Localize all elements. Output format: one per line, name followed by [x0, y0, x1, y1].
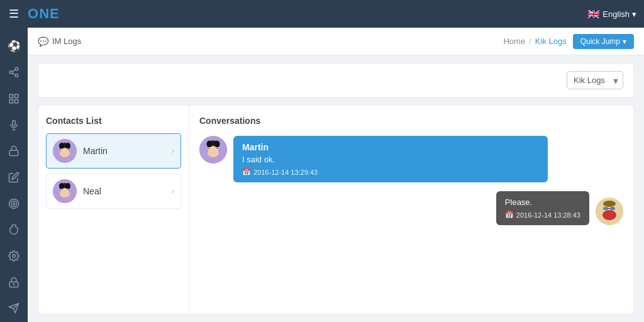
flag-icon: 🇬🇧: [587, 8, 600, 20]
sidebar-icon-soccer[interactable]: ⚽: [1, 34, 26, 59]
msg-avatar-sent: [596, 197, 623, 225]
svg-rect-55: [610, 207, 615, 210]
message-sent: Please. 📅 2016-12-14 13:28:43: [199, 191, 623, 225]
msg-time-sent: 📅 2016-12-14 13:28:43: [505, 211, 580, 219]
sidebar-icon-grid[interactable]: [1, 86, 26, 111]
breadcrumb-bar: 💬 IM Logs Home / Kik Logs Quick Jump ▾: [28, 28, 644, 55]
contact-name-neal: Neal: [83, 186, 101, 196]
language-label: English: [602, 9, 630, 19]
main-area: Contacts List: [38, 105, 634, 314]
msg-sender-martin: Martin: [242, 142, 539, 152]
quick-jump-button[interactable]: Quick Jump ▾: [573, 34, 634, 49]
page-content: 💬 IM Logs Home / Kik Logs Quick Jump ▾ K…: [28, 28, 644, 322]
svg-point-23: [59, 143, 64, 149]
msg-timestamp-sent: 2016-12-14 13:28:43: [516, 211, 580, 219]
contact-item-neal-left: Neal: [53, 179, 101, 203]
contact-avatar-martin: [53, 139, 77, 163]
svg-point-57: [603, 201, 616, 207]
contacts-panel: Contacts List: [38, 106, 189, 314]
svg-point-1: [9, 71, 13, 74]
svg-point-34: [65, 183, 70, 189]
svg-point-30: [67, 149, 69, 150]
conversations-panel: Conversations: [189, 106, 633, 314]
breadcrumb-left: 💬 IM Logs: [38, 36, 81, 47]
top-navbar: ☰ ONE 🇬🇧 English ▾: [0, 0, 644, 28]
svg-line-4: [12, 70, 15, 72]
svg-point-49: [209, 148, 210, 149]
breadcrumb-current: Kik Logs: [535, 36, 567, 46]
svg-rect-5: [9, 94, 13, 97]
sidebar-icon-share[interactable]: [1, 60, 26, 86]
contacts-title: Contacts List: [46, 116, 181, 126]
app-logo: ONE: [28, 6, 60, 22]
calendar-icon: 📅: [242, 168, 251, 176]
msg-bubble-martin: Martin I said ok. 📅 2016-12-14 13:29:43: [233, 136, 548, 182]
svg-point-40: [67, 189, 69, 191]
quick-jump-arrow-icon: ▾: [623, 37, 626, 46]
sidebar-icon-settings[interactable]: [1, 243, 26, 269]
sidebar-icon-mic[interactable]: [1, 113, 26, 138]
msg-bubble-sent: Please. 📅 2016-12-14 13:28:43: [496, 191, 589, 225]
msg-timestamp-martin: 2016-12-14 13:29:43: [253, 169, 318, 176]
breadcrumb-home[interactable]: Home: [503, 36, 525, 46]
sidebar: ⚽: [0, 28, 28, 322]
lang-dropdown-icon: ▾: [632, 9, 636, 19]
svg-point-50: [216, 148, 218, 149]
msg-text-martin: I said ok.: [242, 155, 539, 164]
svg-rect-7: [9, 100, 13, 103]
svg-point-0: [15, 68, 18, 71]
svg-point-2: [15, 74, 18, 77]
message-received-martin: Martin I said ok. 📅 2016-12-14 13:29:43: [199, 136, 623, 182]
svg-rect-8: [15, 100, 18, 103]
contact-item-martin[interactable]: Martin ›: [46, 133, 181, 169]
topnav-right: 🇬🇧 English ▾: [587, 8, 636, 20]
svg-point-24: [65, 143, 70, 149]
contact-name-martin: Martin: [83, 146, 108, 156]
calendar-icon-sent: 📅: [505, 211, 514, 219]
msg-time-martin: 📅 2016-12-14 13:29:43: [242, 168, 539, 176]
sidebar-icon-lock2[interactable]: [1, 270, 26, 295]
breadcrumb-nav: Home / Kik Logs: [503, 36, 566, 46]
svg-rect-9: [13, 120, 16, 125]
breadcrumb-sep: /: [529, 36, 531, 46]
contact-item-neal[interactable]: Neal ›: [46, 174, 181, 209]
svg-point-39: [61, 189, 62, 191]
sidebar-icon-bug[interactable]: [1, 217, 26, 242]
svg-point-53: [602, 210, 616, 220]
msg-avatar-martin: [199, 136, 227, 164]
svg-point-29: [61, 149, 62, 150]
svg-point-14: [11, 201, 17, 206]
svg-point-33: [59, 183, 64, 189]
contact-avatar-neal: [53, 179, 77, 203]
filter-bar: Kik Logs: [38, 63, 634, 97]
svg-rect-6: [15, 94, 18, 97]
quick-jump-label: Quick Jump: [580, 37, 620, 46]
hamburger-button[interactable]: ☰: [0, 7, 28, 21]
conversations-title: Conversations: [199, 116, 623, 126]
svg-rect-54: [603, 207, 608, 210]
contact-arrow-martin: ›: [172, 147, 174, 155]
svg-point-15: [13, 203, 15, 204]
sidebar-icon-lock[interactable]: [1, 139, 26, 164]
svg-point-16: [13, 255, 16, 258]
msg-text-sent: Please.: [505, 197, 580, 207]
sidebar-icon-edit[interactable]: [1, 165, 26, 190]
svg-point-18: [13, 284, 14, 285]
svg-rect-12: [9, 151, 18, 156]
sidebar-icon-target[interactable]: [1, 191, 26, 216]
im-logs-icon: 💬: [38, 36, 48, 47]
log-type-dropdown-wrap: Kik Logs: [567, 71, 623, 89]
sidebar-icon-send[interactable]: [1, 296, 26, 321]
log-type-dropdown[interactable]: Kik Logs: [567, 71, 623, 89]
contact-arrow-neal: ›: [172, 187, 174, 196]
topnav-left: ☰ ONE: [0, 6, 60, 22]
contact-item-martin-left: Martin: [53, 139, 108, 163]
page-title: IM Logs: [52, 36, 81, 46]
svg-line-3: [12, 74, 15, 75]
language-button[interactable]: 🇬🇧 English ▾: [587, 8, 636, 20]
